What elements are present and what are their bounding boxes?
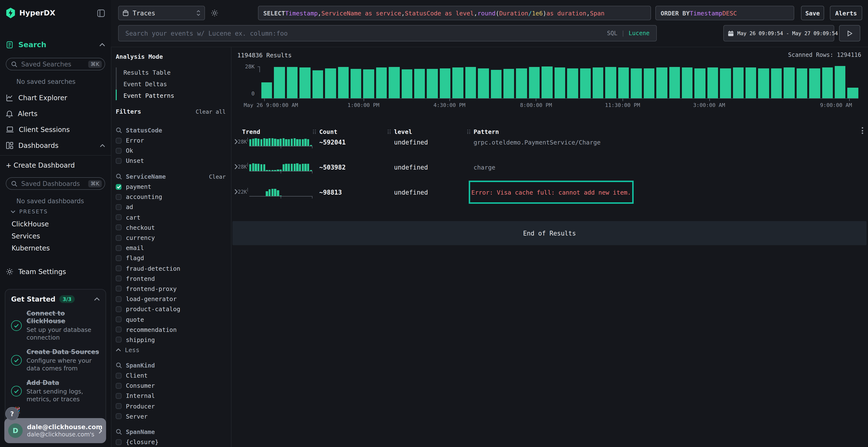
sidebar-item-search[interactable]: Search bbox=[6, 38, 105, 51]
saved-dashboards-input[interactable]: Saved Dashboards ⌘K bbox=[6, 177, 105, 190]
table-menu-kebab-icon[interactable] bbox=[862, 127, 863, 134]
column-header-count[interactable]: Count bbox=[319, 128, 337, 135]
filter-option[interactable]: Unset bbox=[116, 156, 226, 166]
lucene-mode-toggle[interactable]: Lucene bbox=[628, 30, 650, 37]
clear-all-button[interactable]: Clear all bbox=[195, 108, 226, 115]
filter-option[interactable]: product-catalog bbox=[116, 304, 226, 314]
checkbox[interactable] bbox=[116, 403, 122, 409]
chevron-up-icon[interactable] bbox=[100, 144, 105, 147]
preset-item-kubernetes[interactable]: Kubernetes bbox=[11, 244, 50, 252]
sidebar-item-chart-explorer[interactable]: Chart Explorer bbox=[6, 92, 105, 104]
checkbox[interactable] bbox=[116, 245, 122, 251]
filter-option[interactable]: Error bbox=[116, 135, 226, 145]
column-grip-icon[interactable] bbox=[387, 129, 391, 135]
help-button[interactable]: ? bbox=[5, 407, 19, 420]
column-header-pattern[interactable]: Pattern bbox=[473, 128, 499, 135]
filter-option[interactable]: fraud-detection bbox=[116, 263, 226, 273]
presets-toggle[interactable]: PRESETS bbox=[10, 209, 48, 215]
checkbox[interactable] bbox=[116, 306, 122, 312]
get-started-item[interactable]: Add DataStart sending logs, metrics, or … bbox=[11, 379, 100, 403]
column-header-trend[interactable]: Trend bbox=[242, 128, 260, 135]
preset-item-clickhouse[interactable]: ClickHouse bbox=[11, 220, 49, 228]
sidebar-item-team-settings[interactable]: Team Settings bbox=[6, 265, 105, 278]
filter-option[interactable]: Internal bbox=[116, 391, 226, 401]
checkbox[interactable] bbox=[116, 235, 122, 241]
chevron-up-icon[interactable] bbox=[94, 297, 100, 301]
filter-option[interactable]: checkout bbox=[116, 222, 226, 233]
filter-option[interactable]: Consumer bbox=[116, 381, 226, 391]
filter-option[interactable]: recommendation bbox=[116, 324, 226, 335]
filter-option[interactable]: accounting bbox=[116, 192, 226, 202]
checkbox[interactable] bbox=[116, 138, 122, 143]
filter-option[interactable]: frontend-proxy bbox=[116, 284, 226, 294]
checkbox[interactable] bbox=[116, 158, 122, 164]
checkbox[interactable] bbox=[116, 316, 122, 322]
user-menu[interactable]: D dale@clickhouse.com dale@clickhouse.co… bbox=[4, 418, 106, 443]
filter-option[interactable]: Server bbox=[116, 411, 226, 421]
filter-option[interactable]: flagd bbox=[116, 253, 226, 263]
sidebar-item-client-sessions[interactable]: Client Sessions bbox=[6, 123, 105, 136]
checkbox[interactable] bbox=[116, 383, 122, 389]
alerts-button[interactable]: Alerts bbox=[830, 6, 862, 20]
chevron-up-icon[interactable] bbox=[99, 43, 105, 47]
filter-option[interactable]: {closure} bbox=[116, 437, 226, 447]
checkbox[interactable] bbox=[116, 373, 122, 378]
filter-option[interactable]: Ok bbox=[116, 145, 226, 156]
filter-option[interactable]: load-generator bbox=[116, 294, 226, 304]
checkbox[interactable] bbox=[116, 184, 122, 190]
column-grip-icon[interactable] bbox=[312, 129, 316, 135]
filter-option[interactable]: frontend bbox=[116, 273, 226, 283]
get-started-item[interactable]: Create Data SourcesConfigure where your … bbox=[11, 348, 100, 372]
checkbox[interactable] bbox=[116, 225, 122, 231]
checkbox[interactable] bbox=[116, 214, 122, 220]
filter-option[interactable]: email bbox=[116, 243, 226, 253]
saved-searches-input[interactable]: Saved Searches ⌘K bbox=[6, 58, 105, 70]
show-less-toggle[interactable]: Less bbox=[116, 345, 226, 355]
order-by-input[interactable]: ORDER BY Timestamp DESC bbox=[655, 6, 794, 20]
clear-filter-button[interactable]: Clear bbox=[209, 173, 226, 180]
checkbox[interactable] bbox=[116, 286, 122, 291]
source-select[interactable]: Traces bbox=[118, 6, 205, 20]
sidebar-item-alerts[interactable]: Alerts bbox=[6, 107, 105, 120]
gear-icon[interactable] bbox=[211, 9, 218, 17]
date-range-picker[interactable]: May 26 09:09:54 - May 27 09:09:54 bbox=[723, 25, 834, 41]
checkbox[interactable] bbox=[116, 204, 122, 210]
analysis-mode-event-deltas[interactable]: Event Deltas bbox=[123, 78, 167, 90]
search-icon[interactable] bbox=[116, 362, 122, 369]
checkbox[interactable] bbox=[116, 393, 122, 399]
search-icon[interactable] bbox=[116, 429, 122, 435]
search-icon[interactable] bbox=[116, 173, 122, 180]
filter-option[interactable]: payment bbox=[116, 182, 226, 192]
checkbox[interactable] bbox=[116, 148, 122, 153]
analysis-mode-results-table[interactable]: Results Table bbox=[123, 66, 171, 78]
checkbox[interactable] bbox=[116, 414, 122, 419]
checkbox[interactable] bbox=[116, 326, 122, 332]
checkbox[interactable] bbox=[116, 276, 122, 281]
get-started-item[interactable]: Connect to ClickHouseSet up your databas… bbox=[11, 310, 100, 342]
filter-option[interactable]: shipping bbox=[116, 335, 226, 345]
checkbox[interactable] bbox=[116, 337, 122, 343]
search-input[interactable]: Search your events w/ Lucene ex. column:… bbox=[118, 25, 657, 41]
preset-item-services[interactable]: Services bbox=[11, 232, 40, 240]
save-button[interactable]: Save bbox=[801, 6, 824, 20]
pattern-row[interactable]: 22K~98813undefinedError: Visa cache full… bbox=[231, 185, 868, 199]
column-grip-icon[interactable] bbox=[467, 129, 471, 135]
filter-option[interactable]: quote bbox=[116, 314, 226, 324]
create-dashboard-button[interactable]: + Create Dashboard bbox=[6, 159, 105, 171]
filter-option[interactable]: Client bbox=[116, 370, 226, 381]
filter-option[interactable]: Producer bbox=[116, 401, 226, 411]
pattern-row[interactable]: 28K~503982undefinedcharge bbox=[231, 160, 868, 174]
checkbox[interactable] bbox=[116, 439, 122, 445]
sql-mode-toggle[interactable]: SQL bbox=[607, 30, 617, 37]
column-header-level[interactable]: level bbox=[394, 128, 412, 135]
sql-select-input[interactable]: SELECT Timestamp, ServiceName as service… bbox=[258, 6, 651, 20]
sidebar-collapse-icon[interactable] bbox=[97, 9, 105, 17]
checkbox[interactable] bbox=[116, 194, 122, 200]
analysis-mode-event-patterns[interactable]: Event Patterns bbox=[123, 90, 174, 101]
filter-option[interactable]: currency bbox=[116, 233, 226, 243]
pattern-row[interactable]: 28K~592041undefinedgrpc.oteldemo.Payment… bbox=[231, 135, 868, 149]
filter-option[interactable]: cart bbox=[116, 212, 226, 222]
filter-option[interactable]: ad bbox=[116, 202, 226, 212]
checkbox[interactable] bbox=[116, 296, 122, 302]
sidebar-item-dashboards[interactable]: Dashboards bbox=[6, 139, 105, 152]
